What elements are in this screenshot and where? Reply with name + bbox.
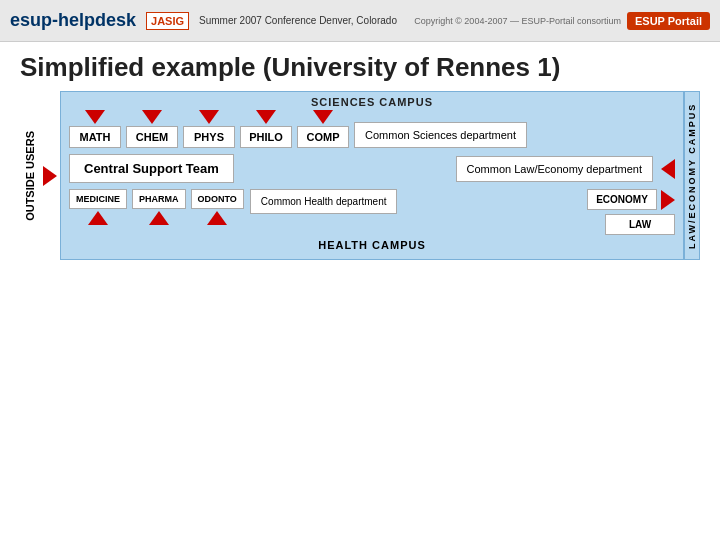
conference-text: Summer 2007 Conference Denver, Colorado (199, 15, 397, 26)
law-economy-campus-label: LAW/ECONOMY CAMPUS (684, 91, 700, 260)
odonto-dept-box: ODONTO (191, 189, 244, 209)
main-content: Simplified example (University of Rennes… (0, 42, 720, 270)
logo-jasig: JASIG (146, 12, 189, 30)
medicine-dept-box: MEDICINE (69, 189, 127, 209)
header: esup-helpdesk JASIG Summer 2007 Conferen… (0, 0, 720, 42)
outside-users-area: OUTSIDE USERS (20, 91, 60, 260)
header-left: esup-helpdesk JASIG Summer 2007 Conferen… (10, 10, 397, 31)
sciences-campus-box: SCIENCES CAMPUS MATH CHEM PHYS PHILO (60, 91, 684, 260)
comp-arrow-down (313, 110, 333, 124)
logo-esup: esup-helpdesk (10, 10, 136, 31)
pharma-dept-box: PHARMA (132, 189, 186, 209)
math-dept-col: MATH (69, 110, 121, 148)
pharma-arrow-up (149, 211, 169, 225)
central-support-box: Central Support Team (69, 154, 234, 183)
comp-dept-box: COMP (297, 126, 349, 148)
outside-users-arrow (43, 166, 57, 186)
phys-arrow-down (199, 110, 219, 124)
pharma-dept-col: PHARMA (132, 189, 186, 225)
phys-dept-box: PHYS (183, 126, 235, 148)
header-right: Copyright © 2004-2007 — ESUP-Portail con… (414, 12, 710, 30)
chem-dept-col: CHEM (126, 110, 178, 148)
copyright-text: Copyright © 2004-2007 — ESUP-Portail con… (414, 16, 621, 26)
phys-dept-col: PHYS (183, 110, 235, 148)
diagram: OUTSIDE USERS SCIENCES CAMPUS MATH CHEM (20, 91, 700, 260)
chem-arrow-down (142, 110, 162, 124)
medicine-dept-col: MEDICINE (69, 189, 127, 225)
medicine-arrow-up (88, 211, 108, 225)
sciences-campus-label: SCIENCES CAMPUS (69, 96, 675, 108)
outside-users-label: OUTSIDE USERS (20, 126, 40, 226)
economy-arrow-right (661, 190, 675, 210)
chem-dept-box: CHEM (126, 126, 178, 148)
philo-arrow-down (256, 110, 276, 124)
math-dept-box: MATH (69, 126, 121, 148)
math-arrow-down (85, 110, 105, 124)
health-campus-label: HEALTH CAMPUS (69, 239, 675, 251)
odonto-dept-col: ODONTO (191, 189, 244, 225)
esup-portail-badge: ESUP Portail (627, 12, 710, 30)
common-law-economy-box: Common Law/Economy department (456, 156, 653, 182)
philo-dept-box: PHILO (240, 126, 292, 148)
slide-title: Simplified example (University of Rennes… (20, 52, 700, 83)
philo-dept-col: PHILO (240, 110, 292, 148)
law-box: LAW (605, 214, 675, 235)
common-sciences-box: Common Sciences department (354, 122, 527, 148)
odonto-arrow-up (207, 211, 227, 225)
common-health-box: Common Health department (250, 189, 398, 214)
economy-box: ECONOMY (587, 189, 657, 210)
comp-dept-col: COMP (297, 110, 349, 148)
law-economy-arrow (661, 159, 675, 179)
